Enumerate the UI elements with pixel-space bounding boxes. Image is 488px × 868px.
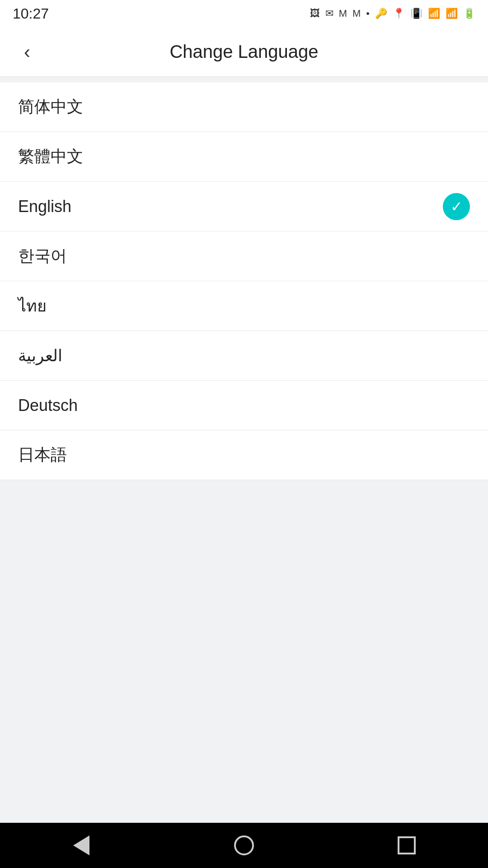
nav-home-button[interactable] <box>217 832 271 859</box>
language-item-japanese[interactable]: 日本語 <box>0 430 488 480</box>
language-name-simplified-chinese: 简体中文 <box>18 96 83 118</box>
status-bar: 10:27 🖼 ✉ M M • 🔑 📍 📳 📶 📶 🔋 <box>0 0 488 27</box>
nav-back-button[interactable] <box>54 832 108 859</box>
back-arrow-icon: ‹ <box>24 42 30 61</box>
section-divider <box>0 77 488 82</box>
page-title: Change Language <box>41 42 447 62</box>
gmail-icon: M <box>339 8 347 19</box>
checkmark-icon: ✓ <box>450 199 463 214</box>
language-item-simplified-chinese[interactable]: 简体中文 <box>0 82 488 132</box>
language-name-deutsch: Deutsch <box>18 396 78 415</box>
language-item-thai[interactable]: ไทย <box>0 281 488 331</box>
home-circle-icon <box>234 835 254 855</box>
gmail2-icon: M <box>352 8 361 19</box>
language-name-arabic: العربية <box>18 346 62 365</box>
status-time: 10:27 <box>13 5 49 22</box>
language-item-english[interactable]: English✓ <box>0 182 488 231</box>
bottom-nav-bar <box>0 823 488 868</box>
language-item-korean[interactable]: 한국어 <box>0 231 488 281</box>
language-name-traditional-chinese: 繁體中文 <box>18 146 83 168</box>
language-name-thai: ไทย <box>18 293 47 319</box>
vibrate-icon: 📳 <box>410 8 422 19</box>
wifi-icon: 📶 <box>428 8 440 19</box>
key-icon: 🔑 <box>375 8 387 19</box>
recents-square-icon <box>398 836 416 854</box>
signal-icon: 📶 <box>446 8 458 19</box>
nav-bar: ‹ Change Language <box>0 27 488 77</box>
dot-icon: • <box>366 8 370 19</box>
language-item-arabic[interactable]: العربية <box>0 331 488 381</box>
back-triangle-icon <box>73 835 89 855</box>
battery-icon: 🔋 <box>463 8 475 19</box>
location-icon: 📍 <box>393 8 405 19</box>
language-item-traditional-chinese[interactable]: 繁體中文 <box>0 132 488 182</box>
language-name-japanese: 日本語 <box>18 444 67 466</box>
status-icons: 🖼 ✉ M M • 🔑 📍 📳 📶 📶 🔋 <box>310 8 475 19</box>
message-icon: ✉ <box>325 8 333 19</box>
nav-recents-button[interactable] <box>380 832 434 859</box>
image-icon: 🖼 <box>310 8 320 19</box>
bottom-fill <box>0 480 488 823</box>
back-button[interactable]: ‹ <box>14 38 41 66</box>
language-list: 简体中文繁體中文English✓한국어ไทยالعربيةDeutsch日本語 <box>0 82 488 480</box>
selected-check-english: ✓ <box>443 193 470 220</box>
language-item-deutsch[interactable]: Deutsch <box>0 381 488 430</box>
language-name-korean: 한국어 <box>18 245 67 267</box>
language-name-english: English <box>18 197 71 216</box>
